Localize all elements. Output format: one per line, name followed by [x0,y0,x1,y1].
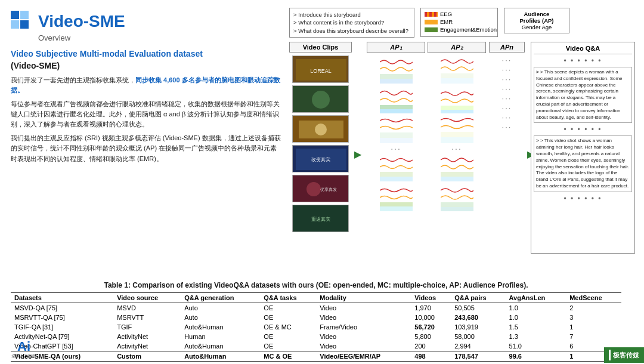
table-cell: TGIF [113,322,181,332]
table-cell: Auto&Human [181,341,260,351]
ap1-cell-1 [380,56,413,84]
table-cell: MSVD [113,303,181,313]
ap-columns: AP₁ [367,42,486,254]
ap1-cell-2 [380,86,413,113]
ap2-cell-3 [441,116,473,143]
table-row: ActivityNet-QA [79]ActivityNetHumanOEVid… [11,332,621,341]
table-cell: Custom [113,351,181,362]
video-clips-column: Video Clips LOREAL [289,42,352,254]
apn-column: APn ··· ··· ··· ··· ··· ··· ··· ··· [489,42,525,254]
svg-rect-20 [380,74,413,79]
legend-color-emr [425,20,438,24]
ai-text: Ai [17,340,30,353]
logo-prefix: Video- [38,12,89,30]
legend-label-eeg: EEG [440,11,452,17]
table-cell: ActivityNet [113,332,181,341]
dataset-title-line1: Video Subjective Multi-modal Evaluation … [11,49,203,58]
svg-rect-0 [11,11,19,19]
apn-dots-8: ··· [493,122,521,131]
logo-text: Video-SME [38,12,125,31]
svg-text:改变真实: 改变真实 [311,157,330,162]
table-cell: MSRVTT-QA [75] [11,313,113,322]
svg-rect-32 [441,106,473,110]
svg-rect-39 [441,207,473,211]
table-cell: 200 [411,341,451,351]
logo-suffix: SME [89,12,125,30]
th-avganslen: AvgAnsLen [506,293,566,303]
apn-dots-5: ··· [493,94,521,102]
table-cell: 103,919 [451,322,505,332]
legend-label-emr: EMR [440,18,453,25]
brand-text: 极客传媒 [613,351,639,360]
svg-rect-27 [380,177,413,181]
table-cell: OE & MC [260,322,316,332]
svg-rect-22 [380,105,413,109]
svg-rect-2 [11,20,19,29]
table-cell: MC & OE [260,351,316,362]
svg-text:优享真发: 优享真发 [320,187,337,192]
svg-point-16 [306,182,321,196]
table-cell: Video [316,341,411,351]
qa-arrow-2: > [536,138,540,143]
qa-content-1: > This scene depicts a woman with a focu… [536,69,623,120]
video-thumb-1: LOREAL [292,55,349,83]
legend-item-eeg: EEG [425,11,494,17]
legend-color-eeg [425,12,438,17]
table-cell: 1.5 [506,322,566,332]
th-datasets: Datasets [11,293,113,303]
apn-dots-6: ··· [493,103,521,112]
svg-rect-23 [380,109,413,113]
table-cell: 7 [566,332,621,341]
table-cell: 5,800 [411,332,451,341]
question-line-1: > Introduce this storyboard [293,11,410,18]
table-cell: ActivityNet [113,341,181,351]
table-cell: 10,000 [411,313,451,322]
body-paragraph-2: 每位参与者在观看广告视频前都会进行眼动校准和情绪稳定，收集的数据根据年龄和性别等… [11,99,281,129]
svg-rect-34 [441,132,473,137]
table-cell: 243,680 [451,313,505,322]
table-row: TGIF-QA [31]TGIFAuto&HumanOE & MCFrame/V… [11,322,621,332]
video-thumb-5: 优享真发 [292,175,349,202]
svg-rect-33 [441,110,473,113]
svg-text:重返真实: 重返真实 [311,217,330,222]
table-cell: 2 [566,303,621,313]
table-cell: OE [260,341,316,351]
dataset-title: Video Subjective Multi-modal Evaluation … [11,48,281,72]
th-qa-pairs: Q&A pairs [451,293,505,303]
table-cell: 1 [566,322,621,332]
th-videos: Videos [411,293,451,303]
qa-text-2: > > This video shot shows a woman admiri… [534,135,632,192]
video-qa-panel: Video Q&A • • • • • • > > This scene dep… [531,42,635,254]
table-cell: OE [260,303,316,313]
table-section: Table 1: Comparison of existing VideoQ&A… [0,277,632,364]
svg-rect-26 [380,172,413,177]
apn-dots-3: ··· [493,75,521,83]
table-cell: 51.0 [506,341,566,351]
ap2-dots: ··· [441,144,473,153]
ap1-dots: ··· [380,144,413,153]
svg-rect-21 [380,79,413,84]
table-cell: Video [316,313,411,322]
svg-rect-3 [20,20,29,29]
dataset-title-line2: (Video-SME) [11,61,60,70]
table-cell: Auto&Human [181,322,260,332]
audience-label-3: Gender Age [508,24,565,30]
question-line-2: > What content is in the storyboard? [293,18,410,26]
video-thumb-3 [292,115,349,143]
apn-dots-7: ··· [493,113,521,121]
table-header-row: Datasets Video source Q&A generation Q&A… [11,293,621,303]
svg-rect-30 [441,73,473,78]
qa-arrow-1: > [536,69,540,75]
svg-rect-37 [441,177,473,181]
arrow-1: ▶ [352,55,364,254]
ap1-header: AP₁ [367,42,425,53]
table-cell: 178,547 [451,351,505,362]
table-cell: Video [316,332,411,341]
apn-dots-4: ··· [493,84,521,92]
ap2-cell-5 [441,154,473,181]
legend-item-emr: EMR [425,18,494,25]
qa-dots-bottom: • • • • • • [534,195,632,203]
svg-rect-36 [441,172,473,177]
svg-rect-35 [441,137,473,143]
legend-box: EEG EMR Engagement&Emotion [420,8,498,37]
